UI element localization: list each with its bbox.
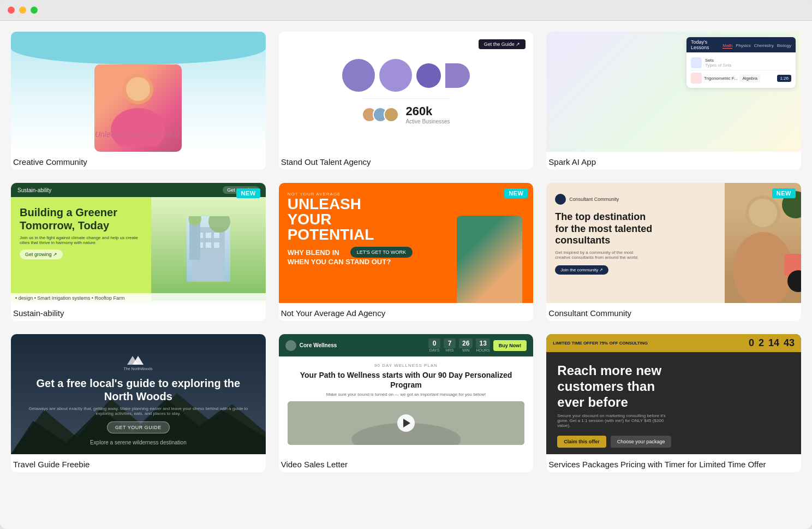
video-logo-text: Core Wellness — [300, 342, 337, 348]
consultant-logo-icon — [555, 194, 566, 205]
card-talent-agency[interactable]: Get the Guide ↗ 2 — [279, 32, 534, 170]
thumb-consultant: NEW Consultant Community The top destina… — [546, 183, 801, 303]
timer-sec: 13 — [476, 338, 489, 348]
sustain-desc: Join us in the fight against climate cha… — [20, 235, 142, 245]
spark-title: Today's Lessons — [691, 39, 723, 50]
svg-rect-5 — [206, 233, 211, 238]
nw-logo: The NorthWoods — [22, 355, 255, 372]
services-timer-14: 14 — [768, 337, 779, 349]
thumb-creative-community: Unleash Your Inner Artist. — [11, 32, 266, 152]
spark-dot-1 — [691, 57, 702, 68]
consultant-headline: The top destination for the most talente… — [555, 211, 653, 247]
thumb-northwoods: The NorthWoods Get a free local's guide … — [11, 334, 266, 454]
card-label-consultant: Consultant Community — [546, 303, 801, 321]
card-video-sales[interactable]: Core Wellness 0 DAYS 7 HRS — [279, 334, 534, 472]
services-package-btn[interactable]: Choose your package — [611, 436, 672, 448]
agency-content: NOT YOUR AVERAGE UNLEASHYOURPOTENTIAL WH… — [279, 183, 534, 275]
sustain-building — [151, 197, 266, 301]
timer-hrs: 7 — [444, 338, 456, 348]
sustain-body: Building a Greener Tomorrow, Today Join … — [11, 197, 266, 301]
svg-rect-8 — [206, 242, 211, 248]
services-header: LIMITED TIME OFFER 75% OFF CONSULTING 0 … — [546, 334, 801, 352]
circle-half — [445, 63, 470, 88]
services-timer-43: 43 — [784, 337, 795, 349]
video-play-area[interactable] — [288, 401, 525, 445]
sustain-logo: Sustain-ability — [17, 187, 51, 193]
timer-days: 0 — [428, 338, 440, 348]
services-headline: Reach more new customers than ever befor… — [557, 363, 677, 410]
services-offer-text: LIMITED TIME OFFER 75% OFF CONSULTING — [553, 341, 648, 346]
agency-headline: UNLEASHYOURPOTENTIAL — [288, 197, 525, 242]
timer-hrs-label: HRS — [446, 348, 454, 352]
services-timer-2: 2 — [759, 337, 764, 349]
card-label-talent: Stand Out Talent Agency — [279, 152, 534, 170]
thumb-services: LIMITED TIME OFFER 75% OFF CONSULTING 0 … — [546, 334, 801, 454]
services-buttons: Claim this offer Choose your package — [557, 436, 790, 448]
consultant-desc: Get inspired by a community of the most … — [555, 250, 648, 260]
sustain-right-panel — [151, 197, 266, 301]
nw-desc: Getaways are about exactly that, getting… — [22, 406, 255, 416]
timer-unit-hrs: 7 HRS — [444, 338, 456, 352]
spark-panel: Today's Lessons Math Physics Chemistry B… — [686, 37, 796, 88]
avatar-row — [362, 107, 399, 122]
consultant-left: Consultant Community The top destination… — [546, 183, 725, 286]
video-timer: 0 DAYS 7 HRS 26 MIN — [428, 338, 527, 352]
card-ad-agency[interactable]: NEW NOT YOUR AVERAGE UNLEASHYOURPOTENTIA… — [279, 183, 534, 321]
nw-cta-btn: GET YOUR GUIDE — [107, 421, 170, 433]
circle-1 — [342, 59, 375, 92]
video-logo-icon — [285, 340, 296, 351]
video-buy-btn: Buy Now! — [493, 340, 527, 351]
nw-bottom-text: Explore a serene wilderness destination — [90, 439, 187, 445]
get-guide-button: Get the Guide ↗ — [479, 39, 526, 49]
spark-tab-chem: Chemistry — [754, 43, 774, 49]
spark-tab-math: Math — [723, 43, 732, 49]
spark-tab-physics: Physics — [736, 43, 751, 49]
card-northwoods[interactable]: The NorthWoods Get a free local's guide … — [11, 334, 266, 472]
spark-tab-bio: Biology — [777, 43, 791, 49]
thumb-ad-agency: NEW NOT YOUR AVERAGE UNLEASHYOURPOTENTIA… — [279, 183, 534, 303]
thumb-video-sales: Core Wellness 0 DAYS 7 HRS — [279, 334, 534, 454]
consultant-logo: Consultant Community — [555, 194, 716, 205]
sustain-headline: Building a Greener Tomorrow, Today — [20, 206, 142, 232]
spark-timer-badge: 1:26 — [777, 75, 791, 82]
consultant-cta: Join the community ↗ — [555, 265, 608, 275]
titlebar — [0, 0, 812, 21]
services-claim-btn[interactable]: Claim this offer — [557, 436, 606, 448]
agency-cta-btn: LET'S GET TO WORK — [350, 247, 413, 258]
card-label-video: Video Sales Letter — [279, 454, 534, 472]
agency-sub-1: WHY BLEND IN — [288, 248, 339, 257]
svg-rect-9 — [214, 242, 219, 248]
timer-days-label: DAYS — [429, 348, 440, 352]
card-label-services: Services Packages Pricing with Timer for… — [546, 454, 801, 472]
close-button[interactable] — [8, 7, 15, 14]
svg-rect-6 — [214, 233, 219, 238]
thumb-sustainability: NEW Sustain-ability Get Growing Building… — [11, 183, 266, 303]
svg-point-1 — [111, 108, 165, 146]
card-spark-ai[interactable]: Today's Lessons Math Physics Chemistry B… — [546, 32, 801, 170]
timer-min: 26 — [459, 338, 473, 348]
minimize-button[interactable] — [19, 7, 26, 14]
spark-algebra-row: Trigonometric F... Algebra 1:26 — [691, 73, 791, 84]
svg-text:The NorthWoods: The NorthWoods — [124, 367, 153, 371]
avatar-3 — [384, 107, 399, 122]
spark-tabs: Math Physics Chemistry Biology — [723, 43, 791, 49]
template-grid: Unleash Your Inner Artist. Creative Comm… — [11, 32, 801, 472]
consultant-logo-text: Consultant Community — [569, 197, 619, 202]
creative-tagline: Unleash Your Inner Artist. — [95, 130, 182, 139]
svg-point-2 — [126, 77, 150, 101]
card-consultant[interactable]: NEW Consultant Community The top destina… — [546, 183, 801, 321]
maximize-button[interactable] — [31, 7, 38, 14]
decor-shapes — [768, 188, 801, 300]
stat-label: Active Businesses — [405, 118, 450, 124]
card-creative-community[interactable]: Unleash Your Inner Artist. Creative Comm… — [11, 32, 266, 170]
card-label-northwoods: Travel Guide Freebie — [11, 454, 266, 472]
nw-headline: Get a free local's guide to exploring th… — [22, 377, 255, 403]
card-sustainability[interactable]: NEW Sustain-ability Get Growing Building… — [11, 183, 266, 321]
timer-min-label: MIN — [462, 348, 469, 352]
agency-cta-row: WHY BLEND IN LET'S GET TO WORK — [288, 247, 525, 258]
video-sub: Make sure your sound is turned on — we g… — [326, 392, 486, 397]
card-services-packages[interactable]: LIMITED TIME OFFER 75% OFF CONSULTING 0 … — [546, 334, 801, 472]
talent-stats: 260k Active Businesses — [362, 98, 450, 124]
thumb-talent-agency: Get the Guide ↗ 2 — [279, 32, 534, 152]
card-label-agency: Not Your Average Ad Agency — [279, 303, 534, 321]
